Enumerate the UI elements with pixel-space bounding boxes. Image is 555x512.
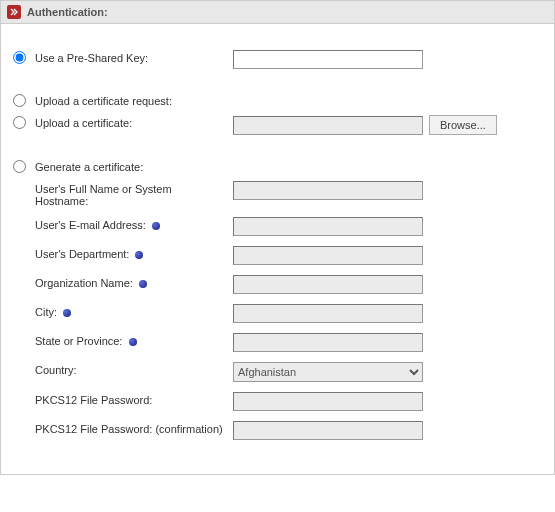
info-icon[interactable] [152, 222, 160, 230]
info-icon[interactable] [139, 280, 147, 288]
radio-upload-request[interactable] [13, 94, 26, 107]
pkcs12-pw-confirm-label: PKCS12 File Password: (confirmation) [13, 421, 233, 435]
state-row: State or Province: [13, 333, 542, 352]
country-row: Country: Afghanistan [13, 362, 542, 382]
org-row: Organization Name: [13, 275, 542, 294]
pkcs12-pw-confirm-row: PKCS12 File Password: (confirmation) [13, 421, 542, 440]
state-input[interactable] [233, 333, 423, 352]
org-input[interactable] [233, 275, 423, 294]
department-row: User's Department: [13, 246, 542, 265]
radio-upload-cert[interactable] [13, 116, 26, 129]
option-psk-row: Use a Pre-Shared Key: [13, 50, 542, 69]
email-label: User's E-mail Address: [13, 217, 233, 231]
upload-request-label: Upload a certificate request: [35, 93, 233, 107]
full-name-label: User's Full Name or System Hostname: [13, 181, 233, 207]
city-label-text: City: [35, 306, 57, 318]
state-label: State or Province: [13, 333, 233, 347]
email-input[interactable] [233, 217, 423, 236]
full-name-row: User's Full Name or System Hostname: [13, 181, 542, 207]
org-label: Organization Name: [13, 275, 233, 289]
city-input[interactable] [233, 304, 423, 323]
authentication-panel: Use a Pre-Shared Key: Upload a certifica… [0, 24, 555, 475]
pkcs12-pw-row: PKCS12 File Password: [13, 392, 542, 411]
city-label: City: [13, 304, 233, 318]
email-row: User's E-mail Address: [13, 217, 542, 236]
full-name-input[interactable] [233, 181, 423, 200]
upload-cert-path-input[interactable] [233, 116, 423, 135]
generate-label: Generate a certificate: [35, 159, 233, 173]
section-header: Authentication: [0, 0, 555, 24]
state-label-text: State or Province: [35, 335, 122, 347]
pkcs12-pw-confirm-input[interactable] [233, 421, 423, 440]
section-title: Authentication: [27, 6, 108, 18]
email-label-text: User's E-mail Address: [35, 219, 146, 231]
department-label-text: User's Department: [35, 248, 129, 260]
option-generate-row: Generate a certificate: [13, 159, 542, 175]
info-icon[interactable] [129, 338, 137, 346]
department-input[interactable] [233, 246, 423, 265]
radio-psk[interactable] [13, 51, 26, 64]
pkcs12-pw-input[interactable] [233, 392, 423, 411]
info-icon[interactable] [135, 251, 143, 259]
option-upload-request-row: Upload a certificate request: [13, 93, 542, 109]
pkcs12-pw-label: PKCS12 File Password: [13, 392, 233, 406]
option-upload-cert-row: Upload a certificate: Browse... [13, 115, 542, 135]
department-label: User's Department: [13, 246, 233, 260]
radio-generate[interactable] [13, 160, 26, 173]
city-row: City: [13, 304, 542, 323]
browse-button[interactable]: Browse... [429, 115, 497, 135]
info-icon[interactable] [63, 309, 71, 317]
country-select[interactable]: Afghanistan [233, 362, 423, 382]
org-label-text: Organization Name: [35, 277, 133, 289]
expand-icon[interactable] [7, 5, 21, 19]
country-label: Country: [13, 362, 233, 376]
psk-input[interactable] [233, 50, 423, 69]
upload-cert-label: Upload a certificate: [35, 115, 233, 129]
psk-label: Use a Pre-Shared Key: [35, 50, 233, 64]
